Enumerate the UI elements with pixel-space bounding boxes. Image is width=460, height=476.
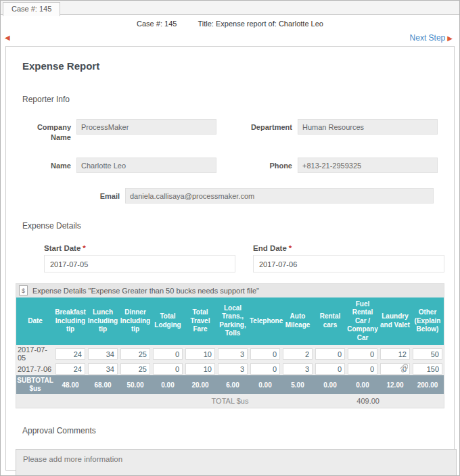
previous-step-icon[interactable]: ◀ xyxy=(5,34,10,41)
field-row: Name Charlotte Leo Phone +813-21-2959325 xyxy=(16,158,444,173)
required-asterisk: * xyxy=(83,244,85,252)
grid-cell-input[interactable]: 0 xyxy=(348,363,377,375)
grid-subtotal-row: SUBTOTAL $us48.0068.0050.000.0020.006.00… xyxy=(16,375,444,394)
grid-cell: 0 xyxy=(152,362,184,375)
grid-cell: 150 xyxy=(411,362,444,375)
case-window: Case #: 145 Case #: 145 Title: Expense r… xyxy=(0,0,460,476)
grid-cell-input[interactable]: 34 xyxy=(88,363,118,375)
grid-cell-input[interactable]: 0 xyxy=(380,363,410,375)
grid-column-header: Lunch Including tip xyxy=(87,298,119,346)
grid-cell-input[interactable]: 0 xyxy=(153,363,183,375)
grid-cell-date[interactable]: 2017-07-05 xyxy=(16,345,54,362)
grid-column-header: Date xyxy=(16,298,54,346)
grid-cell-input[interactable]: 0 xyxy=(315,348,345,360)
grid-column-header: Total Travel Fare xyxy=(184,298,216,346)
grid-title-bar: $ Expense Details "Expense Greater than … xyxy=(16,283,444,298)
grid-cell-date[interactable]: 2017-7-06 xyxy=(16,362,54,375)
grid-cell: 24 xyxy=(54,345,87,362)
next-step-link[interactable]: Next Step▶ xyxy=(410,33,453,43)
tab-strip: Case #: 145 xyxy=(1,1,459,15)
end-date-label: End Date* xyxy=(253,244,444,252)
subtotal-label: SUBTOTAL $us xyxy=(16,375,54,394)
phone-label: Phone xyxy=(230,158,298,173)
grid-cell-input[interactable]: 0 xyxy=(250,348,280,360)
grid-cell: 50 xyxy=(411,345,444,362)
grid-cell: 24 xyxy=(54,362,87,375)
grid-column-header: Breakfast Including tip xyxy=(54,298,87,346)
grid-cell-input[interactable]: 0 xyxy=(153,348,183,360)
subtotal-value: 5.00 xyxy=(281,375,314,394)
total-value: 409.00 xyxy=(356,397,380,405)
grid-cell-input[interactable]: 0 xyxy=(250,363,280,375)
grid-cell: 34 xyxy=(87,345,119,362)
grid-cell: 0 xyxy=(249,345,281,362)
form-panel: Expense Report Reporter Info Company Nam… xyxy=(5,46,455,471)
grid-cell-input[interactable]: 25 xyxy=(120,348,150,360)
date-row: Start Date* 2017-07-05 End Date* 2017-07… xyxy=(16,244,444,272)
grid-row: 2017-07-05243425010302001250 xyxy=(16,345,444,362)
subtotal-value: 0.00 xyxy=(152,375,184,394)
grid-cell-input[interactable]: 12 xyxy=(380,348,410,360)
grid-cell-input[interactable]: 3 xyxy=(218,363,248,375)
grid-cell-input[interactable]: 2 xyxy=(283,348,313,360)
name-field[interactable]: Charlotte Leo xyxy=(76,158,216,173)
subtotal-value: 0.00 xyxy=(314,375,346,394)
grid-cell: 0 xyxy=(249,362,281,375)
grid-cell: 0 xyxy=(314,345,346,362)
grid-cell-input[interactable]: 50 xyxy=(413,348,442,360)
grid-cell-input[interactable]: 24 xyxy=(55,363,85,375)
grid-cell-input[interactable]: 0 xyxy=(315,363,345,375)
grid-cell-input[interactable]: 3 xyxy=(218,348,248,360)
email-field[interactable]: daniela.callisaya@processmaker.com xyxy=(125,188,434,204)
grid-row: 2017-7-06243425010303000150 xyxy=(16,362,444,375)
grid-cell-input[interactable]: 34 xyxy=(88,348,118,360)
grid-cell: 0 xyxy=(379,362,411,375)
name-label: Name xyxy=(16,158,76,173)
grid-body: DateBreakfast Including tipLunch Includi… xyxy=(16,298,444,409)
grid-cell: 0 xyxy=(152,345,184,362)
total-label: TOTAL $us xyxy=(16,397,444,405)
approval-comments-textarea[interactable]: Please add more information xyxy=(16,449,457,476)
grid-cell-input[interactable]: 10 xyxy=(185,348,215,360)
grid-column-header: Total Lodging xyxy=(152,298,184,346)
grid-cell-input[interactable]: 25 xyxy=(120,363,150,375)
grid-cell: 10 xyxy=(184,362,216,375)
subtotal-value: 6.00 xyxy=(216,375,249,394)
grid-cell-input[interactable]: 10 xyxy=(185,363,215,375)
grid-column-header: Local Trans., Parking, Tolls xyxy=(216,298,249,346)
subtotal-value: 200.00 xyxy=(411,375,444,394)
grid-cell: 25 xyxy=(119,345,152,362)
phone-field[interactable]: +813-21-2959325 xyxy=(298,158,438,173)
department-field[interactable]: Human Resources xyxy=(298,119,438,135)
field-row: Email daniela.callisaya@processmaker.com xyxy=(16,188,444,204)
grid-cell-input[interactable]: 0 xyxy=(348,348,377,360)
grid-total-row: TOTAL $us 409.00 xyxy=(16,395,444,408)
next-step-label: Next Step xyxy=(410,33,446,43)
approval-comment-text: Please add more information xyxy=(23,455,122,463)
grid-cell: 34 xyxy=(87,362,119,375)
grid-cell-input[interactable]: 3 xyxy=(283,363,313,375)
grid-cell: 3 xyxy=(216,345,249,362)
grid-cell-input[interactable]: 24 xyxy=(55,348,85,360)
company-name-field[interactable]: ProcessMaker xyxy=(76,119,216,135)
case-number-label: Case #: 145 xyxy=(137,20,177,28)
attachment-paperclip-icon xyxy=(398,364,408,374)
subtotal-value: 50.00 xyxy=(119,375,152,394)
grid-cell: 2 xyxy=(281,345,314,362)
start-date-field[interactable]: 2017-07-05 xyxy=(44,255,235,272)
grid-cell-input[interactable]: 150 xyxy=(413,363,442,375)
grid-cell: 0 xyxy=(314,362,346,375)
case-tab[interactable]: Case #: 145 xyxy=(3,2,60,16)
grid-cell: 12 xyxy=(379,345,411,362)
grid-column-header: Rental cars xyxy=(314,298,346,346)
grid-cell: 0 xyxy=(346,345,379,362)
field-row: Company Name ProcessMaker Department Hum… xyxy=(16,119,444,143)
end-date-field[interactable]: 2017-07-06 xyxy=(253,255,444,272)
subtotal-value: 20.00 xyxy=(184,375,216,394)
required-asterisk: * xyxy=(289,244,292,252)
subtotal-value: 68.00 xyxy=(87,375,119,394)
expense-grid: $ Expense Details "Expense Greater than … xyxy=(16,283,444,409)
subtotal-value: 48.00 xyxy=(54,375,87,394)
grid-column-header: Dinner Including tip xyxy=(119,298,152,346)
grid-column-header: Laundry and Valet xyxy=(379,298,411,346)
